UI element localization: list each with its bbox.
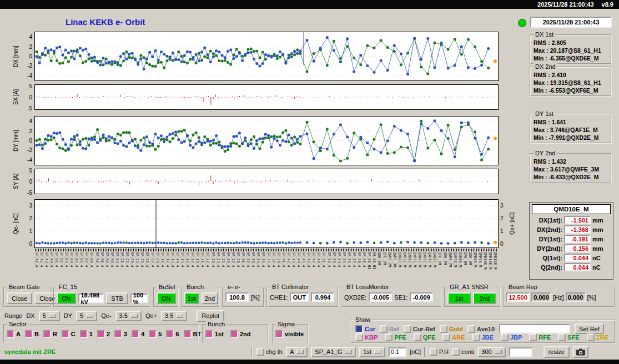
aux-entry[interactable] [509,347,532,357]
device-select[interactable]: SP_A1_G [311,347,356,357]
bunch-checkbox-1st[interactable]: 1st [205,330,224,338]
show-checkbox-kbp[interactable]: KBP [355,333,378,341]
screenshot-button[interactable] [573,346,588,358]
range-qe-minus-value: 3.5 [119,312,128,319]
x-tick-label: QXD6E_M [417,252,422,267]
x-tick-label: SP_57_4 [352,252,356,267]
show-checkbox-cur-ref[interactable]: Cur-Ref [404,325,435,333]
x-tick-label: SP_56_4 [347,252,351,267]
conti-checkbox[interactable]: conti [452,348,474,356]
stats-min: Min : -6.355@QXD6E_M [531,54,611,62]
qe-y-axis-label: Qe- [nC] [11,199,20,248]
set-ref-button[interactable]: Set Ref [575,323,604,334]
x-tick-label: QXD8E_M [458,252,462,267]
sector-checkbox-a[interactable]: A [7,330,21,338]
x-tick-label: QXD2E_M [397,252,402,267]
sector-checkbox-bt[interactable]: BT [184,330,202,338]
magnet-monitor-panel: QMD10E_M DX(1st):-1.501mmDX(2nd):-1.368m… [529,202,613,280]
show-checkbox-qfe[interactable]: QFE [414,333,436,341]
x-tick-label: SP_A2_4 [39,252,44,267]
x-tick-label: SP_46_4 [306,252,311,267]
sector-checkbox-5[interactable]: 5 [149,330,162,338]
x-tick-label: QWFE_3M [392,252,397,267]
ph-indicator [430,348,437,356]
x-tick-label: SP_44_4 [296,252,301,267]
stats-group-title: DX 1st [534,31,555,38]
snsr-1st-button[interactable]: 1st [447,292,471,304]
x-tick-label: QDE_9M [468,252,472,265]
x-tick-label: SP_48_4 [316,252,321,267]
sector-checkbox-bt-label: BT [193,331,202,337]
range-dy-select[interactable]: 5 [76,311,97,321]
monitor-row-label: DX(1st): [531,217,562,224]
bunch-1st-button[interactable]: 1st [184,292,199,304]
show-checkbox-pfe[interactable]: PFE [385,333,406,341]
sector-checkbox-b[interactable]: B [25,330,39,338]
sector-group: Sector ABRC123456BT [3,324,199,343]
snsr-2nd-button[interactable]: 2nd [473,292,496,304]
chg-th-checkbox[interactable]: chg th [256,348,283,356]
sector-checkbox-r[interactable]: R [43,330,57,338]
sector-checkbox-3[interactable]: 3 [114,330,127,338]
x-tick-label: SP_R3_4 [110,252,114,267]
x-tick-label: QMF9E_M [478,252,482,267]
show-checkbox-jbp[interactable]: JBP [501,333,522,341]
sector-checkbox-1[interactable]: 1 [80,330,93,338]
sector-checkbox-c[interactable]: C [62,330,76,338]
range-dx-select[interactable]: 5 [39,311,60,321]
x-tick-label: QXF6E_M [422,252,427,267]
bunch-checkbox-2nd[interactable]: 2nd [230,330,251,338]
monitor-row-value: -1.368 [564,225,591,234]
x-tick-label: SP_22_4 [205,252,210,267]
range-qe-plus-select[interactable]: 3.5 [161,311,187,321]
range-qe-minus-select[interactable]: 3.5 [115,311,142,321]
stats-min: Min : -6.433@QXD2E_M [531,173,611,181]
sector-checkbox-4[interactable]: 4 [132,330,144,338]
mode-value: A [290,348,294,355]
show-checkbox-jbe[interactable]: JBE [472,333,494,341]
mode-select[interactable]: A [286,347,308,357]
stats-max: Max : 20.187@S8_61_H1 [531,47,611,54]
busel-on-button[interactable]: ON [157,292,176,304]
show-checkbox-ref[interactable]: Ref [380,325,399,333]
ref-file-entry[interactable] [499,324,570,333]
ee-ratio-unit: [%] [251,294,260,301]
show-checkbox-cur[interactable]: Cur [355,325,375,333]
bunch-select[interactable]: 1st [359,347,385,357]
fc15-on-button[interactable]: ON [57,292,76,304]
show-checkbox-sfe[interactable]: SFE [558,333,579,341]
monitor-row-unit: mm [592,236,603,242]
sector-checkbox-2[interactable]: 2 [97,330,110,338]
x-tick-label: QMF10E_M [488,252,492,269]
ph-checkbox[interactable]: P.H [430,348,449,356]
show-checkbox-rfe[interactable]: RFE [529,333,551,341]
show-checkbox-ave10[interactable]: Ave10 [467,325,495,333]
threshold-unit: [nC] [410,348,421,355]
che1-state-field: OUT [290,292,309,302]
sector-checkbox-4-indicator [132,330,139,338]
sector-checkbox-6[interactable]: 6 [166,330,179,338]
x-tick-label: SP_28_4 [236,252,240,267]
range-dy-value: 5 [80,312,83,319]
monitor-row-value: -1.501 [564,216,591,224]
y-tick-label: 0 [20,94,32,100]
replot-button[interactable]: Replot [197,310,224,322]
fc15-stb-button[interactable]: STB [106,292,128,304]
beam-rep-actual-field: 0.000 [531,292,551,302]
ee-ratio-field: 100.8 [225,292,249,302]
interval-select[interactable]: 300 [477,347,505,357]
beam-gate-close-button-1[interactable]: Close [7,292,32,304]
show-checkbox-zre[interactable]: ZRE [587,333,608,341]
show-checkbox-gold[interactable]: Gold [440,325,463,333]
stats-min: Min : -6.553@QXF6E_M [531,87,611,94]
monitor-row-value: 0.044 [564,254,591,262]
sigma-checkbox-visible[interactable]: visible [275,330,304,338]
sigma-label: Sigma [276,321,296,328]
x-tick-label: QAD2E_M [432,252,437,267]
bunch-2nd-button[interactable]: 2nd [202,292,218,304]
show-checkbox-are[interactable]: ARE [442,333,465,341]
x-tick-label: SP_45_4 [301,252,306,267]
show-checkbox-sfe-label: SFE [567,334,579,341]
resize-button[interactable]: resize [543,346,570,358]
threshold-entry[interactable] [389,347,406,357]
